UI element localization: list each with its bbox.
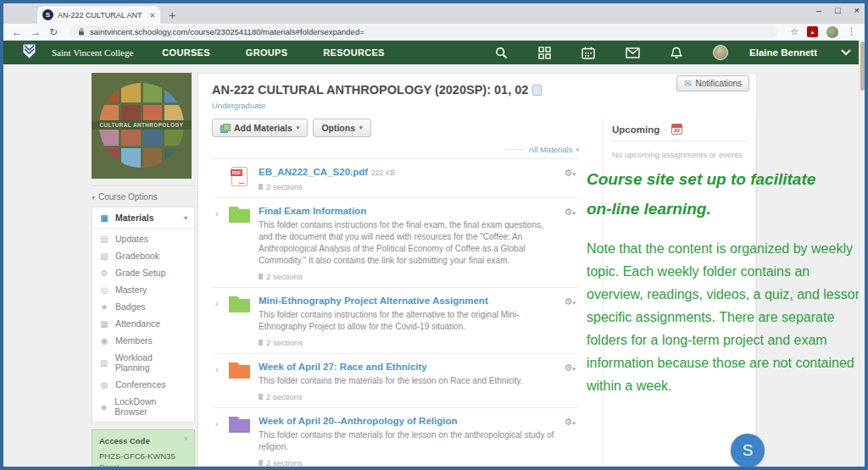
chevron-down-icon[interactable]: [841, 49, 851, 56]
materials-filter[interactable]: All Materials ▾: [212, 145, 579, 154]
expand-chevron-icon[interactable]: ›: [215, 362, 227, 401]
nav-resources[interactable]: RESOURCES: [323, 47, 384, 58]
annotation-overlay: Course site set up to facilitate on-line…: [587, 164, 866, 397]
browser-tab-strip: S AN-222 CULTURAL ANTHROPOL × + – □ ×: [3, 3, 865, 24]
annotation-body: Note that the content is organized by we…: [587, 237, 866, 397]
material-title-link[interactable]: Mini-Ethnography Project Alternative Ass…: [259, 296, 557, 306]
sidebar-item-workload-planning[interactable]: ▥Workload Planning: [92, 349, 194, 376]
sidebar-item-materials[interactable]: ▣ Materials ▾: [92, 209, 194, 229]
new-tab-button[interactable]: +: [169, 8, 175, 24]
sidebar-item-attendance[interactable]: ▦Attendance: [92, 315, 194, 332]
gear-menu-icon[interactable]: ⚙▾: [565, 207, 576, 218]
sidebar-item-updates[interactable]: ▤Updates: [92, 230, 194, 247]
search-icon[interactable]: [495, 47, 508, 59]
school-logo[interactable]: [22, 43, 36, 63]
back-button[interactable]: ←: [12, 27, 22, 37]
sections-icon: [259, 274, 263, 279]
material-row-folder[interactable]: › Mini-Ethnography Project Alternative A…: [212, 288, 579, 354]
calendar-icon[interactable]: [581, 47, 595, 59]
sidebar-item-grade-setup[interactable]: ⚙Grade Setup: [92, 264, 194, 281]
badges-icon: ★: [99, 302, 109, 312]
workload-planning-icon: ▥: [99, 358, 109, 368]
page-body: CULTURAL ANTHROPOLOGY ▾Course Options ▣ …: [3, 64, 865, 467]
access-code-reset-link[interactable]: Reset: [99, 463, 187, 470]
nav-courses[interactable]: COURSES: [162, 47, 210, 58]
material-description: This folder contains instructions for th…: [259, 219, 557, 267]
expand-chevron-icon[interactable]: ›: [215, 296, 227, 347]
options-button[interactable]: Options ▾: [313, 119, 370, 137]
close-button[interactable]: ×: [854, 5, 860, 15]
gear-menu-icon[interactable]: ⚙▾: [565, 417, 576, 428]
gear-menu-icon[interactable]: ⚙▾: [565, 296, 576, 307]
course-info-icon[interactable]: [532, 85, 542, 96]
sections-icon: [259, 340, 263, 346]
mastery-icon: ◎: [99, 285, 109, 295]
access-code-box: Access Code × PHZS-GFC6-KWN35 Reset MSWD…: [92, 429, 195, 470]
sections-icon: [259, 460, 263, 466]
gradebook-icon: ▧: [99, 252, 109, 261]
nav-groups[interactable]: GROUPS: [246, 47, 287, 58]
browser-menu-icon[interactable]: ⋮: [847, 26, 856, 37]
bookmark-star-icon[interactable]: ☆: [790, 26, 798, 37]
material-title-link[interactable]: Week of April 20--Anthropology of Religi…: [259, 416, 557, 426]
material-row-folder[interactable]: › Final Exam Information This folder con…: [212, 198, 579, 288]
material-description: This folder contains the materials for t…: [259, 429, 557, 453]
material-title-link[interactable]: Week of April 27: Race and Ethnicity: [259, 362, 557, 372]
sidebar-item-badges[interactable]: ★Badges: [92, 298, 194, 315]
tab-close-icon[interactable]: ×: [150, 10, 155, 20]
browser-profile-avatar[interactable]: [826, 26, 838, 38]
gear-menu-icon[interactable]: ⚙▾: [565, 168, 576, 179]
browser-toolbar: ← → ↻ saintvincent.schoology.com/course/…: [3, 24, 865, 41]
divider: [505, 149, 524, 150]
course-options-toggle[interactable]: ▾Course Options: [92, 185, 195, 202]
forward-button[interactable]: →: [31, 27, 41, 37]
sidebar-item-lockdown-browser[interactable]: ◈LockDown Browser: [92, 393, 194, 420]
material-row-folder[interactable]: › Week of April 27: Race and Ethnicity T…: [212, 354, 579, 408]
apps-grid-icon[interactable]: [538, 47, 551, 59]
materials-column: Add Materials ▾ Options ▾ All Materials …: [212, 119, 579, 470]
material-row-folder[interactable]: › Week of April 20--Anthropology of Reli…: [212, 408, 579, 470]
reload-button[interactable]: ↻: [49, 27, 58, 37]
notifications-button[interactable]: ✉ Notifications: [676, 75, 749, 91]
address-bar[interactable]: saintvincent.schoology.com/course/230254…: [70, 25, 778, 38]
sections-label: 2 sections: [259, 182, 557, 191]
material-title-link[interactable]: EB_AN222_CA_S20.pdf222 KB: [259, 167, 557, 177]
upcoming-empty-text: No upcoming assignments or events: [612, 150, 747, 159]
notifications-bell-icon[interactable]: [670, 47, 682, 59]
chevron-down-icon: ▾: [576, 147, 579, 153]
messages-icon[interactable]: [626, 47, 640, 58]
chevron-down-icon: ▾: [359, 124, 363, 131]
expand-chevron-icon[interactable]: ›: [215, 206, 227, 281]
course-level-link[interactable]: Undergraduate: [212, 101, 756, 110]
user-avatar[interactable]: [713, 45, 728, 60]
material-title-link[interactable]: Final Exam Information: [259, 206, 557, 216]
school-name[interactable]: Saint Vincent College: [52, 47, 133, 58]
gear-menu-icon[interactable]: ⚙▾: [565, 362, 576, 373]
add-materials-button[interactable]: Add Materials ▾: [212, 119, 308, 137]
window-controls: – □ ×: [816, 5, 860, 15]
course-profile-image[interactable]: CULTURAL ANTHROPOLOGY: [92, 73, 192, 179]
lockdown-browser-icon: ◈: [99, 402, 108, 412]
attendance-icon: ▦: [99, 319, 109, 329]
materials-list: EB_AN222_CA_S20.pdf222 KB 2 sections ⚙▾ …: [212, 158, 579, 470]
pdf-extension-icon[interactable]: ▲: [807, 26, 818, 37]
calendar-icon[interactable]: 22: [671, 124, 682, 135]
minimize-button[interactable]: –: [816, 5, 821, 15]
close-icon[interactable]: ×: [184, 434, 188, 443]
sidebar-item-members[interactable]: ◉Members: [92, 332, 194, 349]
sidebar-item-mastery[interactable]: ◎Mastery: [92, 281, 194, 298]
scrollbar[interactable]: [859, 40, 865, 467]
maximize-button[interactable]: □: [835, 5, 841, 15]
sidebar-item-gradebook[interactable]: ▧Gradebook: [92, 247, 194, 264]
scrollbar-thumb[interactable]: [860, 41, 865, 91]
sections-label: 2 sections: [259, 392, 557, 401]
support-badge[interactable]: S: [731, 434, 765, 467]
annotation-heading: Course site set up to facilitate on-line…: [587, 164, 845, 224]
browser-tab[interactable]: S AN-222 CULTURAL ANTHROPOL ×: [37, 6, 160, 24]
expand-chevron-icon[interactable]: ›: [215, 416, 227, 467]
chevron-down-icon: ▾: [297, 124, 300, 131]
screenshot-frame: S AN-222 CULTURAL ANTHROPOL × + – □ × ← …: [0, 0, 868, 470]
material-row-pdf[interactable]: EB_AN222_CA_S20.pdf222 KB 2 sections ⚙▾: [212, 159, 579, 198]
sidebar-item-conferences[interactable]: ◍Conferences: [92, 376, 194, 393]
user-name[interactable]: Elaine Bennett: [749, 47, 817, 58]
